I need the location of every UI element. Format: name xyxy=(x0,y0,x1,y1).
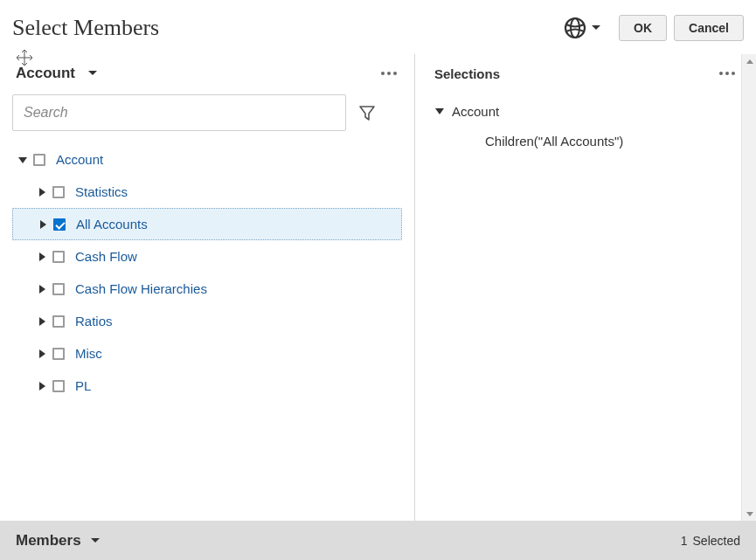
dimension-selector[interactable]: Account xyxy=(12,59,255,87)
footer-mode-label: Members xyxy=(16,532,81,550)
selection-root-label: Account xyxy=(452,104,499,119)
dialog-title: Select Members xyxy=(12,15,159,41)
chevron-down-icon xyxy=(591,24,601,31)
cancel-button[interactable]: Cancel xyxy=(674,15,744,41)
svg-point-0 xyxy=(565,18,585,38)
checkbox[interactable] xyxy=(53,218,66,231)
main-area: Account xyxy=(0,54,756,521)
tree-label[interactable]: Account xyxy=(56,152,103,167)
expand-icon[interactable] xyxy=(37,316,47,327)
search-input[interactable] xyxy=(12,94,346,131)
filter-icon[interactable] xyxy=(358,104,376,121)
dialog-header: Select Members xyxy=(0,0,756,54)
tree-label[interactable]: All Accounts xyxy=(76,217,148,232)
checkbox[interactable] xyxy=(52,283,65,295)
chevron-down-icon xyxy=(87,70,98,77)
selection-count: 1 Selected xyxy=(681,534,740,548)
help-menu[interactable] xyxy=(563,16,601,40)
selection-root[interactable]: Account xyxy=(434,96,740,126)
selections-overflow-menu[interactable] xyxy=(714,66,740,80)
tree-row[interactable]: All Accounts xyxy=(12,208,402,240)
chevron-down-icon xyxy=(90,537,101,544)
ok-button[interactable]: OK xyxy=(619,15,667,41)
tree-row[interactable]: PL xyxy=(12,370,402,402)
member-tree: Account StatisticsAll AccountsCash FlowC… xyxy=(12,143,402,402)
selections-pane: Selections Account Children("All Account… xyxy=(414,54,756,521)
tree-label[interactable]: Cash Flow xyxy=(75,249,137,264)
vertical-scrollbar[interactable] xyxy=(741,54,756,521)
checkbox[interactable] xyxy=(52,315,65,328)
tree-label[interactable]: Ratios xyxy=(75,314,113,328)
tree-label[interactable]: Cash Flow Hierarchies xyxy=(75,281,207,296)
checkbox[interactable] xyxy=(52,251,65,263)
expand-icon[interactable] xyxy=(37,381,47,391)
tree-label[interactable]: PL xyxy=(75,378,91,393)
collapse-icon[interactable] xyxy=(434,106,445,116)
expand-icon[interactable] xyxy=(37,252,47,262)
footer: Members 1 Selected xyxy=(0,521,756,560)
tree-row[interactable]: Cash Flow xyxy=(12,240,402,273)
selections-header: Selections xyxy=(434,66,500,81)
tree-label[interactable]: Misc xyxy=(75,346,102,361)
checkbox[interactable] xyxy=(52,348,65,360)
checkbox[interactable] xyxy=(52,380,65,392)
help-icon xyxy=(563,16,587,40)
tree-row-root[interactable]: Account xyxy=(12,143,402,176)
expand-icon[interactable] xyxy=(37,187,47,197)
selection-count-label: Selected xyxy=(693,534,740,548)
scroll-up-icon[interactable] xyxy=(742,54,756,69)
tree-row[interactable]: Cash Flow Hierarchies xyxy=(12,273,402,305)
members-overflow-menu[interactable] xyxy=(376,66,402,80)
expand-icon[interactable] xyxy=(38,219,48,230)
selection-item[interactable]: Children("All Accounts") xyxy=(434,126,740,156)
selection-item-label: Children("All Accounts") xyxy=(485,134,623,149)
tree-row[interactable]: Misc xyxy=(12,337,402,370)
tree-label[interactable]: Statistics xyxy=(75,184,128,199)
selection-count-number: 1 xyxy=(681,534,688,548)
tree-row[interactable]: Ratios xyxy=(12,305,402,337)
expand-icon[interactable] xyxy=(37,284,47,294)
members-pane: Account xyxy=(0,54,414,521)
dimension-label: Account xyxy=(16,65,75,82)
checkbox[interactable] xyxy=(52,186,65,198)
tree-row[interactable]: Statistics xyxy=(12,176,402,208)
svg-point-1 xyxy=(571,18,579,38)
footer-mode-selector[interactable]: Members xyxy=(16,532,101,550)
expand-icon[interactable] xyxy=(37,349,47,359)
scroll-down-icon[interactable] xyxy=(742,506,756,521)
checkbox[interactable] xyxy=(33,154,45,166)
collapse-icon[interactable] xyxy=(17,155,28,165)
